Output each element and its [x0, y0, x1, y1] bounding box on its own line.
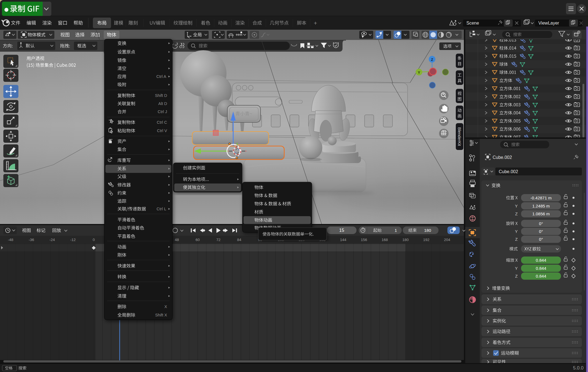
svg-text:144: 144 [340, 238, 346, 242]
svg-text:X: X [164, 304, 167, 309]
svg-text:168: 168 [382, 238, 388, 242]
svg-text:Z: Z [515, 274, 518, 278]
svg-text:0.844: 0.844 [536, 266, 546, 271]
svg-text:Z: Z [515, 211, 518, 216]
svg-text:Shift D: Shift D [155, 93, 167, 98]
svg-text:BlenderKit: BlenderKit [457, 127, 462, 146]
svg-text:Y: Y [515, 229, 518, 234]
svg-text:Z: Z [431, 58, 433, 62]
svg-text:Cube.002: Cube.002 [493, 155, 512, 160]
svg-text:-12: -12 [70, 238, 76, 242]
svg-text:Y: Y [515, 204, 518, 208]
svg-text:Ctrl L: Ctrl L [156, 207, 166, 211]
svg-text:Y: Y [418, 70, 420, 75]
svg-text:180: 180 [403, 238, 409, 242]
svg-text:48: 48 [175, 238, 179, 242]
svg-text:0.844: 0.844 [536, 258, 546, 263]
svg-text:Alt D: Alt D [158, 101, 167, 106]
svg-text:0°: 0° [539, 237, 543, 242]
svg-text:Scene: Scene [466, 21, 479, 25]
svg-text:84: 84 [237, 238, 242, 242]
svg-text:-24: -24 [49, 238, 55, 242]
svg-text:192: 192 [423, 238, 430, 242]
svg-text:156: 156 [361, 238, 367, 242]
svg-text:72: 72 [216, 238, 221, 242]
svg-text:0: 0 [93, 238, 95, 242]
svg-text:Y: Y [515, 266, 518, 271]
svg-text:-36: -36 [29, 238, 34, 242]
svg-text:Ctrl V: Ctrl V [157, 128, 167, 133]
svg-text:1.0856 m: 1.0856 m [532, 211, 550, 216]
svg-text:0.844: 0.844 [536, 274, 546, 278]
svg-text:204: 204 [444, 238, 450, 242]
svg-text:-48: -48 [8, 238, 13, 242]
svg-text:Ctrl J: Ctrl J [158, 109, 167, 114]
svg-text:-0.42871 m: -0.42871 m [531, 195, 552, 200]
svg-text:60: 60 [196, 238, 200, 242]
svg-text:180: 180 [424, 228, 431, 233]
svg-text:Ctrl A: Ctrl A [156, 74, 167, 79]
svg-text:0°: 0° [539, 229, 543, 234]
svg-text:5.0.0: 5.0.0 [573, 365, 584, 371]
svg-text:Ctrl C: Ctrl C [157, 120, 167, 125]
svg-text:1: 1 [395, 228, 397, 233]
svg-text:Shift X: Shift X [155, 313, 167, 317]
svg-text:+: + [314, 20, 317, 26]
svg-text:ViewLayer: ViewLayer [538, 21, 559, 25]
svg-text:0°: 0° [539, 221, 543, 226]
svg-text:Cube.002: Cube.002 [499, 169, 518, 174]
svg-text:Z: Z [515, 237, 518, 242]
svg-text:15: 15 [339, 228, 344, 233]
svg-text:1.2485 m: 1.2485 m [532, 204, 550, 208]
